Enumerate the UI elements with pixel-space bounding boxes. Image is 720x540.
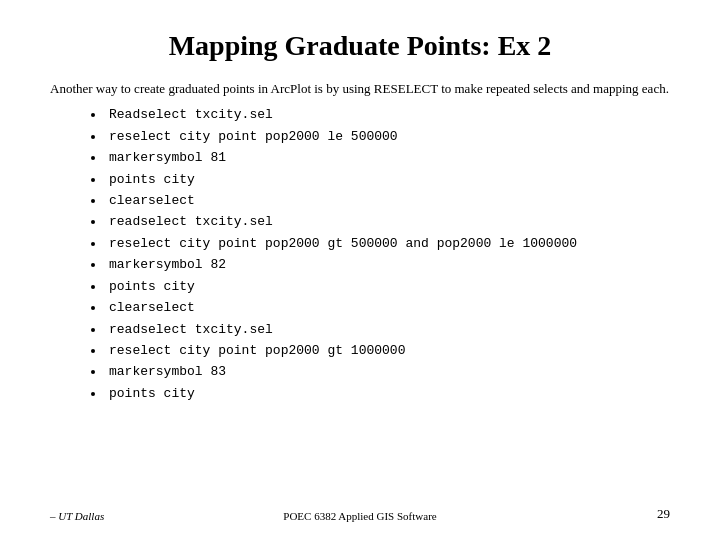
list-item: reselect city point pop2000 gt 1000000 xyxy=(105,340,670,361)
list-item: clearselect xyxy=(105,190,670,211)
bullet-list: Readselect txcity.selreselect city point… xyxy=(105,104,670,404)
list-item: clearselect xyxy=(105,297,670,318)
intro-text: Another way to create graduated points i… xyxy=(50,80,670,98)
list-item: points city xyxy=(105,276,670,297)
footer-left: – UT Dallas xyxy=(50,510,104,522)
list-item: reselect city point pop2000 gt 500000 an… xyxy=(105,233,670,254)
footer-page: 29 xyxy=(657,506,670,522)
list-item: points city xyxy=(105,169,670,190)
list-item: markersymbol 81 xyxy=(105,147,670,168)
list-item: points city xyxy=(105,383,670,404)
footer-center: POEC 6382 Applied GIS Software xyxy=(283,510,436,522)
list-item: readselect txcity.sel xyxy=(105,319,670,340)
list-item: markersymbol 82 xyxy=(105,254,670,275)
slide: Mapping Graduate Points: Ex 2 Another wa… xyxy=(0,0,720,540)
list-item: readselect txcity.sel xyxy=(105,211,670,232)
list-item: markersymbol 83 xyxy=(105,361,670,382)
list-item: Readselect txcity.sel xyxy=(105,104,670,125)
footer: – UT Dallas POEC 6382 Applied GIS Softwa… xyxy=(0,506,720,522)
slide-title: Mapping Graduate Points: Ex 2 xyxy=(50,30,670,62)
list-item: reselect city point pop2000 le 500000 xyxy=(105,126,670,147)
